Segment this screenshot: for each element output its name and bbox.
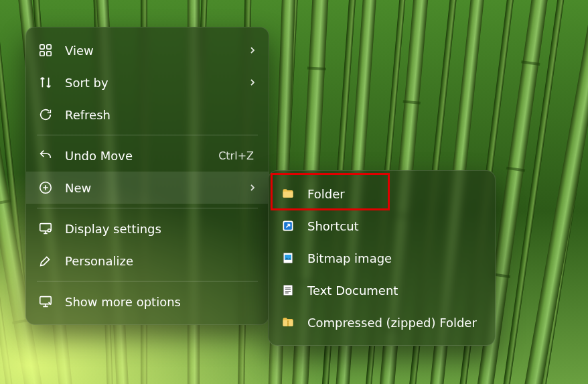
menu-item-undo[interactable]: Undo Move Ctrl+Z (26, 139, 269, 172)
menu-item-label: Show more options (65, 295, 256, 309)
menu-item-label: Display settings (65, 222, 256, 236)
chevron-right-icon (248, 184, 256, 192)
svg-rect-40 (47, 45, 51, 49)
refresh-icon (38, 107, 53, 122)
menu-item-more-options[interactable]: Show more options (26, 285, 269, 318)
menu-item-new[interactable]: New (26, 172, 269, 204)
submenu-item-label: Bitmap image (307, 251, 483, 265)
svg-rect-51 (283, 285, 292, 296)
menu-item-personalize[interactable]: Personalize (26, 245, 269, 277)
menu-item-refresh[interactable]: Refresh (26, 99, 269, 131)
menu-item-shortcut: Ctrl+Z (218, 149, 254, 162)
submenu-item-shortcut[interactable]: Shortcut (269, 210, 495, 242)
menu-item-label: Personalize (65, 254, 256, 268)
svg-rect-41 (40, 52, 44, 56)
shortcut-icon (281, 218, 295, 233)
svg-rect-39 (40, 45, 44, 49)
desktop-context-menu[interactable]: View Sort by Refresh Undo Move (25, 27, 269, 325)
submenu-item-label: Folder (307, 187, 483, 201)
display-icon (38, 221, 53, 236)
menu-item-view[interactable]: View (26, 34, 269, 66)
submenu-item-folder[interactable]: Folder (269, 178, 495, 210)
menu-item-sort[interactable]: Sort by (26, 66, 269, 99)
more-options-icon (38, 294, 53, 309)
bitmap-icon (281, 251, 295, 265)
menu-item-label: View (65, 44, 236, 58)
menu-item-label: New (65, 181, 236, 195)
menu-item-display-settings[interactable]: Display settings (26, 212, 269, 245)
svg-rect-42 (47, 52, 51, 56)
sort-icon (38, 75, 53, 90)
brush-icon (38, 253, 53, 268)
submenu-item-label: Compressed (zipped) Folder (307, 316, 483, 330)
submenu-item-bitmap[interactable]: Bitmap image (269, 242, 495, 274)
undo-icon (38, 148, 53, 163)
chevron-right-icon (248, 46, 256, 54)
submenu-item-label: Shortcut (307, 219, 483, 233)
menu-item-label: Refresh (65, 108, 256, 122)
new-submenu[interactable]: Folder Shortcut Bitmap image (268, 170, 496, 346)
zip-folder-icon (281, 315, 295, 330)
grid-icon (38, 43, 53, 58)
menu-separator (37, 135, 258, 135)
text-file-icon (281, 283, 295, 298)
menu-separator (37, 281, 258, 281)
folder-icon (281, 186, 295, 201)
plus-circle-icon (38, 180, 53, 195)
submenu-item-label: Text Document (307, 283, 483, 298)
submenu-item-zip[interactable]: Compressed (zipped) Folder (269, 306, 495, 338)
menu-separator (37, 208, 258, 208)
menu-item-label: Sort by (65, 76, 236, 90)
svg-point-45 (48, 229, 50, 232)
chevron-right-icon (248, 78, 256, 86)
submenu-item-text[interactable]: Text Document (269, 274, 495, 306)
menu-item-label: Undo Move (65, 149, 206, 163)
